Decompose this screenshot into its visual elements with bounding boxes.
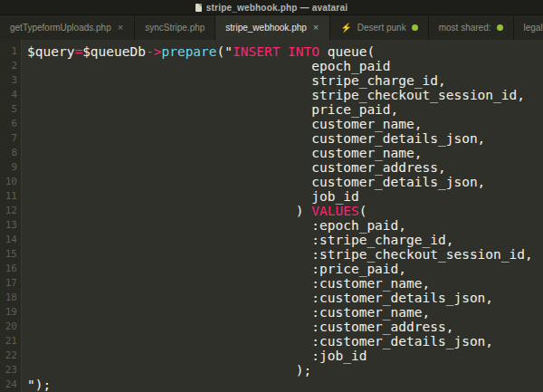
code-text: :customer_address, xyxy=(22,320,453,334)
code-text: stripe_charge_id, xyxy=(22,73,446,88)
code-token: $query xyxy=(27,44,74,59)
window-title: stripe_webhook.php — avatarai xyxy=(206,3,348,13)
code-token: prepare xyxy=(161,44,216,59)
tab-bar: getTypeformUploads.php×syncStripe.phpstr… xyxy=(0,15,543,40)
document-icon xyxy=(195,4,202,12)
code-line[interactable]: 12 ) VALUES( xyxy=(0,204,543,218)
line-number: 16 xyxy=(0,262,22,276)
tab-label: stripe_webhook.php xyxy=(225,23,307,33)
code-line[interactable]: 10 customer_details_json, xyxy=(0,175,543,189)
line-number: 17 xyxy=(0,276,22,291)
code-line[interactable]: 7 customer_details_json, xyxy=(0,131,543,146)
code-text: :customer_name, xyxy=(22,276,430,291)
code-line[interactable]: 21 :customer_details_json, xyxy=(0,334,543,349)
line-number: 11 xyxy=(0,189,22,204)
code-line[interactable]: 22 :job_id xyxy=(0,349,543,363)
code-line[interactable]: 13 :epoch_paid, xyxy=(0,218,543,233)
line-number: 12 xyxy=(0,204,22,218)
code-token: customer_details_json, xyxy=(311,175,485,189)
code-token: customer_address, xyxy=(311,160,445,175)
tab-desert-punk[interactable]: ⚡Desert punk xyxy=(330,15,428,40)
code-token: -> xyxy=(146,44,161,59)
code-line[interactable]: 1$query=$queueDb->prepare("INSERT INTO q… xyxy=(0,44,543,59)
code-text: customer_details_json, xyxy=(22,175,485,189)
code-token: job_id xyxy=(311,189,358,204)
line-number: 21 xyxy=(0,334,22,349)
line-number: 9 xyxy=(0,160,22,175)
code-line[interactable]: 16 :price_paid, xyxy=(0,262,543,276)
code-token: :epoch_paid, xyxy=(311,218,406,233)
code-token: INSERT INTO xyxy=(233,44,319,59)
code-line[interactable]: 5 price_paid, xyxy=(0,102,543,117)
code-token: queue( xyxy=(319,44,375,59)
code-token: "); xyxy=(27,378,51,392)
close-tab-icon[interactable]: × xyxy=(312,23,319,33)
tab-label: Desert punk xyxy=(357,23,406,33)
code-line[interactable]: 20 :customer_address, xyxy=(0,320,543,334)
code-token: customer_name, xyxy=(311,146,422,160)
tab-legal-php[interactable]: legal.php xyxy=(514,15,543,40)
code-line[interactable]: 2 epoch_paid xyxy=(0,59,543,73)
code-line[interactable]: 4 stripe_checkout_session_id, xyxy=(0,88,543,102)
line-number: 2 xyxy=(0,59,22,73)
code-token: :customer_details_json, xyxy=(311,334,493,349)
code-token: :stripe_charge_id, xyxy=(311,233,453,247)
tab-stripe-webhook-php[interactable]: stripe_webhook.php× xyxy=(215,15,330,40)
code-token: customer_name, xyxy=(311,117,422,131)
line-number: 5 xyxy=(0,102,22,117)
code-token: :customer_details_json, xyxy=(311,291,493,305)
line-number: 20 xyxy=(0,320,22,334)
code-text: ); xyxy=(22,363,311,378)
code-line[interactable]: 9 customer_address, xyxy=(0,160,543,175)
code-text: :stripe_charge_id, xyxy=(22,233,453,247)
code-text: :price_paid, xyxy=(22,262,406,276)
tab-most-shared-[interactable]: most shared: xyxy=(429,15,514,40)
line-number: 15 xyxy=(0,247,22,262)
tab-label: getTypeformUploads.php xyxy=(10,23,111,33)
code-editor[interactable]: 1$query=$queueDb->prepare("INSERT INTO q… xyxy=(0,40,543,392)
code-text: customer_name, xyxy=(22,117,423,131)
code-text: :job_id xyxy=(22,349,367,363)
code-token: (" xyxy=(217,44,233,59)
line-number: 4 xyxy=(0,88,22,102)
code-token: :price_paid, xyxy=(311,262,406,276)
tab-gettypeformuploads-php[interactable]: getTypeformUploads.php× xyxy=(0,15,135,40)
modified-indicator xyxy=(412,24,418,31)
code-token: :stripe_checkout_session_id, xyxy=(311,247,532,262)
tab-label: legal.php xyxy=(524,23,543,33)
line-number: 24 xyxy=(0,378,22,392)
code-text: :customer_name, xyxy=(22,305,430,320)
code-token: :customer_address, xyxy=(311,320,453,334)
code-line[interactable]: 19 :customer_name, xyxy=(0,305,543,320)
line-number: 8 xyxy=(0,146,22,160)
code-token: ); xyxy=(296,363,311,378)
line-number: 13 xyxy=(0,218,22,233)
code-text: customer_address, xyxy=(22,160,446,175)
code-area: 1$query=$queueDb->prepare("INSERT INTO q… xyxy=(0,44,543,392)
code-text: stripe_checkout_session_id, xyxy=(22,88,525,102)
code-token: epoch_paid xyxy=(311,59,390,73)
code-token: $queueDb xyxy=(82,44,146,59)
code-line[interactable]: 6 customer_name, xyxy=(0,117,543,131)
code-line[interactable]: 15 :stripe_checkout_session_id, xyxy=(0,247,543,262)
lightning-icon: ⚡ xyxy=(340,24,351,33)
code-line[interactable]: 17 :customer_name, xyxy=(0,276,543,291)
line-number: 14 xyxy=(0,233,22,247)
code-line[interactable]: 14 :stripe_charge_id, xyxy=(0,233,543,247)
code-text: $query=$queueDb->prepare("INSERT INTO qu… xyxy=(22,44,375,59)
code-line[interactable]: 11 job_id xyxy=(0,189,543,204)
code-line[interactable]: 23 ); xyxy=(0,363,543,378)
tab-syncstripe-php[interactable]: syncStripe.php xyxy=(135,15,215,40)
line-number: 23 xyxy=(0,363,22,378)
code-line[interactable]: 24"); xyxy=(0,378,543,392)
code-line[interactable]: 8 customer_name, xyxy=(0,146,543,160)
code-line[interactable]: 18 :customer_details_json, xyxy=(0,291,543,305)
code-text: ) VALUES( xyxy=(22,204,367,218)
close-tab-icon[interactable]: × xyxy=(117,23,124,33)
line-number: 10 xyxy=(0,175,22,189)
tab-label: syncStripe.php xyxy=(145,23,205,33)
window-titlebar: stripe_webhook.php — avatarai xyxy=(0,0,543,15)
code-token: :job_id xyxy=(311,349,367,363)
code-text: epoch_paid xyxy=(22,59,391,73)
code-line[interactable]: 3 stripe_charge_id, xyxy=(0,73,543,88)
